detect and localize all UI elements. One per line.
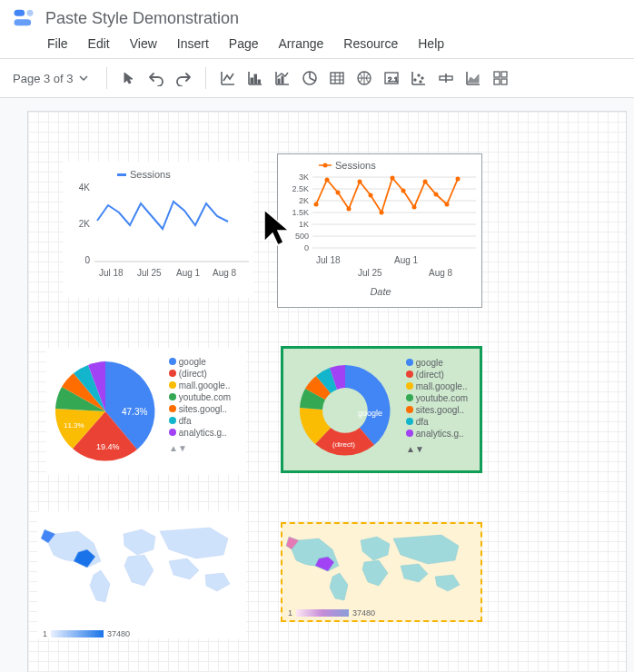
svg-text:1K: 1K — [299, 220, 309, 229]
sessions-line-chart-left[interactable]: Sessions 4K 2K 0 Jul 18 Jul 25 Aug 1 Aug… — [63, 162, 253, 298]
line-chart-svg: 4K 2K 0 Jul 18 Jul 25 Aug 1 Aug 8 — [63, 162, 253, 298]
line-legend-swatch — [319, 162, 332, 169]
world-map-svg — [282, 524, 484, 606]
svg-text:2.1: 2.1 — [388, 75, 399, 84]
bar-chart-icon[interactable] — [244, 67, 266, 89]
svg-rect-6 — [278, 79, 280, 84]
sessions-line-chart-right[interactable]: Sessions 3K 2.5K 2K 1.5K 1K 500 0 — [277, 153, 482, 308]
geo-map-right[interactable]: 1 37480 — [281, 522, 482, 622]
svg-text:1.5K: 1.5K — [292, 208, 309, 217]
svg-point-58 — [445, 203, 450, 207]
source-pie-chart-left[interactable]: 47.3% 19.4% 11.3% google (direct) mall.g… — [46, 348, 246, 475]
scale-min: 1 — [43, 629, 47, 638]
svg-text:2K: 2K — [299, 196, 309, 205]
svg-rect-7 — [282, 76, 283, 84]
menu-edit[interactable]: Edit — [88, 36, 110, 51]
svg-point-50 — [358, 180, 362, 184]
svg-text:Aug 1: Aug 1 — [176, 268, 201, 278]
menu-insert[interactable]: Insert — [177, 36, 209, 51]
svg-rect-1 — [15, 19, 32, 25]
redo-icon[interactable] — [173, 67, 194, 89]
svg-text:Date: Date — [370, 286, 391, 297]
selection-tool-icon[interactable] — [118, 67, 140, 89]
svg-point-15 — [421, 77, 422, 79]
svg-point-47 — [325, 178, 330, 183]
pivot-table-icon[interactable] — [490, 67, 511, 89]
pie-chart-icon[interactable] — [299, 67, 321, 89]
line-chart-icon[interactable] — [217, 67, 239, 89]
area-chart-icon[interactable] — [462, 67, 484, 89]
bullet-chart-icon[interactable] — [435, 67, 457, 89]
menu-help[interactable]: Help — [418, 36, 444, 51]
svg-point-31 — [323, 163, 328, 168]
svg-rect-4 — [254, 74, 257, 84]
svg-text:Jul 25: Jul 25 — [137, 268, 162, 278]
svg-rect-18 — [494, 72, 500, 77]
menu-page[interactable]: Page — [229, 36, 259, 51]
svg-text:0: 0 — [304, 243, 309, 252]
menu-bar: File Edit View Insert Page Arrange Resou… — [11, 31, 623, 58]
scale-max: 37480 — [107, 629, 130, 638]
scatter-chart-icon[interactable] — [408, 67, 430, 89]
svg-text:4K: 4K — [79, 183, 91, 193]
svg-text:Jul 18: Jul 18 — [99, 268, 124, 278]
svg-point-52 — [380, 211, 384, 215]
menu-file[interactable]: File — [47, 36, 68, 51]
source-donut-chart-right[interactable]: google (direct) google (direct) mall.goo… — [281, 346, 482, 473]
scorecard-icon[interactable]: 2.1 — [381, 67, 402, 89]
svg-text:19.4%: 19.4% — [96, 442, 120, 451]
svg-text:Jul 25: Jul 25 — [358, 268, 382, 278]
svg-point-59 — [456, 177, 461, 182]
table-chart-icon[interactable] — [326, 67, 348, 89]
svg-rect-0 — [15, 10, 25, 16]
svg-text:Aug 1: Aug 1 — [394, 255, 419, 265]
line-chart-svg: 3K 2.5K 2K 1.5K 1K 500 0 Jul 18 Jul — [278, 154, 483, 309]
legend-label: Sessions — [335, 160, 376, 171]
svg-point-48 — [336, 191, 341, 195]
svg-text:Jul 18: Jul 18 — [316, 255, 341, 265]
menu-arrange[interactable]: Arrange — [279, 36, 324, 51]
page-selector-label: Page 3 of 3 — [13, 72, 74, 85]
svg-point-57 — [434, 193, 439, 197]
svg-rect-3 — [251, 78, 253, 84]
chevron-down-icon — [79, 74, 88, 83]
svg-point-13 — [413, 79, 415, 81]
svg-text:3K: 3K — [299, 173, 309, 182]
svg-text:11.3%: 11.3% — [64, 421, 84, 430]
scale-min: 1 — [288, 608, 292, 618]
undo-icon[interactable] — [145, 67, 167, 89]
legend-label: Sessions — [130, 169, 171, 180]
svg-rect-20 — [494, 79, 500, 84]
svg-point-46 — [314, 203, 319, 207]
svg-point-54 — [401, 189, 406, 193]
svg-point-51 — [369, 193, 373, 198]
svg-rect-9 — [331, 73, 343, 84]
document-title[interactable]: Paste Style Demonstration — [45, 9, 239, 28]
donut-chart-svg: google (direct) — [291, 356, 400, 465]
svg-point-14 — [417, 74, 419, 76]
svg-text:2.5K: 2.5K — [292, 184, 309, 193]
svg-rect-19 — [501, 72, 507, 77]
svg-text:0: 0 — [84, 255, 90, 265]
svg-text:google: google — [358, 409, 382, 418]
pie-chart-svg: 47.3% 19.4% 11.3% — [46, 352, 164, 470]
scale-gradient — [296, 609, 349, 617]
svg-point-16 — [419, 81, 421, 83]
geo-chart-icon[interactable] — [353, 67, 375, 89]
menu-view[interactable]: View — [130, 36, 157, 51]
scale-max: 37480 — [352, 608, 375, 618]
world-map-svg — [37, 511, 246, 611]
svg-text:Aug 8: Aug 8 — [429, 268, 453, 278]
app-logo-icon — [11, 5, 36, 31]
report-canvas[interactable]: Sessions 4K 2K 0 Jul 18 Jul 25 Aug 1 Aug… — [27, 111, 627, 672]
geo-map-left[interactable]: 1 37480 — [37, 511, 246, 638]
menu-resource[interactable]: Resource — [343, 36, 398, 51]
toolbar: Page 3 of 3 2.1 — [0, 58, 634, 98]
svg-text:2K: 2K — [79, 219, 91, 229]
combo-chart-icon[interactable] — [272, 67, 293, 89]
svg-point-49 — [347, 207, 352, 212]
page-selector[interactable]: Page 3 of 3 — [13, 72, 95, 85]
svg-point-56 — [423, 180, 428, 184]
scale-gradient — [51, 630, 104, 637]
svg-rect-21 — [501, 79, 507, 84]
